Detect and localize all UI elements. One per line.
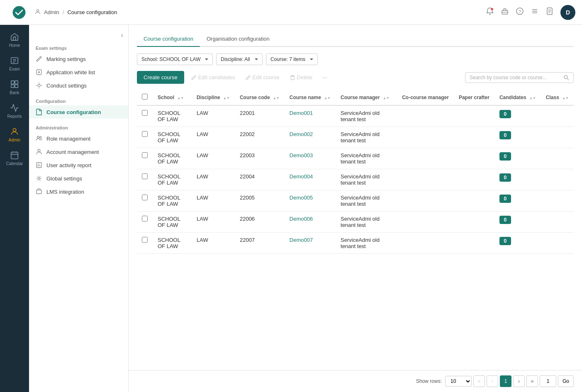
cell-course-name-0[interactable]: Demo001 (285, 105, 336, 127)
page-input[interactable] (540, 375, 556, 387)
select-all-checkbox[interactable] (142, 94, 148, 100)
row-checkbox-4[interactable] (142, 195, 148, 200)
row-checkbox-5[interactable] (142, 216, 148, 222)
nav-item-admin[interactable]: Admin (0, 123, 29, 146)
page-prev-btn[interactable]: ‹ (487, 375, 498, 387)
svg-rect-19 (11, 81, 14, 84)
nav-item-calendar[interactable]: Calendar (0, 146, 29, 170)
cell-course-code-6: 22007 (235, 233, 285, 254)
sidebar-label-marking-settings: Marking settings (46, 56, 86, 62)
nav-item-reports[interactable]: Reports (0, 99, 29, 123)
edit-candidates-button[interactable]: Edit candidates (188, 72, 239, 83)
cell-paper-crafter-2 (454, 148, 494, 169)
doc-icon[interactable] (545, 7, 554, 17)
cell-class-6 (541, 233, 574, 254)
cell-discipline-1: LAW (192, 127, 235, 148)
tab-organisation-configuration[interactable]: Organisation configuration (200, 32, 276, 47)
sidebar-label-application-white-list: Application white list (46, 69, 95, 75)
nav-item-exam[interactable]: Exam (0, 52, 29, 75)
cell-course-code-4: 22005 (235, 190, 285, 212)
cell-course-name-3[interactable]: Demo004 (285, 169, 336, 190)
go-button[interactable]: Go (558, 375, 574, 387)
edit-course-label: Edit course (253, 74, 280, 80)
nav-item-bank[interactable]: Bank (0, 75, 29, 99)
filter-school[interactable]: School: SCHOOL OF LAW (137, 54, 213, 65)
cell-course-name-4[interactable]: Demo005 (285, 190, 336, 212)
nav-reports-label: Reports (7, 114, 22, 119)
row-checkbox-0[interactable] (142, 110, 148, 116)
filter-course[interactable]: Course: 7 items (266, 54, 318, 65)
page-last-btn[interactable]: » (526, 375, 538, 387)
help-icon[interactable]: ? (516, 7, 524, 17)
tab-course-configuration[interactable]: Course configuration (137, 32, 200, 47)
sidebar-toggle-btn[interactable]: ‹ (121, 32, 123, 39)
cell-co-course-manager-1 (397, 127, 454, 148)
breadcrumb-admin-label[interactable]: Admin (44, 9, 59, 15)
svg-point-39 (38, 178, 40, 180)
rows-per-page-select[interactable]: 10 25 50 (445, 376, 472, 387)
sidebar-item-lms-integration[interactable]: LMS integration (29, 185, 128, 198)
topbar-right: ? D (486, 5, 575, 20)
cell-candidates-4: 0 (494, 190, 541, 212)
avatar[interactable]: D (560, 5, 575, 20)
topbar: Admin / Course configuration ? D (0, 0, 582, 25)
row-checkbox-6[interactable] (142, 237, 148, 243)
col-school: School ▲▼ (153, 90, 192, 105)
create-course-button[interactable]: Create course (137, 71, 184, 84)
more-icon: ··· (322, 74, 327, 80)
filter-discipline[interactable]: Discipline: All (216, 54, 263, 65)
sidebar-section-title-administration: Administration (29, 122, 128, 132)
svg-rect-24 (11, 152, 18, 159)
row-checkbox-1[interactable] (142, 131, 148, 137)
cell-discipline-0: LAW (192, 105, 235, 127)
cell-co-course-manager-0 (397, 105, 454, 127)
table-row: SCHOOL OF LAW LAW 22002 Demo002 ServiceA… (137, 127, 574, 148)
cell-course-name-2[interactable]: Demo003 (285, 148, 336, 169)
search-box (465, 72, 574, 83)
cell-paper-crafter-0 (454, 105, 494, 127)
sidebar-label-course-configuration: Course configuration (46, 109, 101, 115)
page-next-btn[interactable]: › (513, 375, 525, 387)
delete-label: Delete (297, 74, 313, 80)
sidebar-item-user-activity-report[interactable]: User activity report (29, 158, 128, 172)
list-icon[interactable] (531, 7, 539, 17)
sidebar-item-course-configuration[interactable]: Course configuration (29, 105, 128, 119)
sidebar-item-marking-settings[interactable]: Marking settings (29, 52, 128, 66)
sidebar-item-application-white-list[interactable]: Application white list (29, 66, 128, 79)
sidebar-item-role-management[interactable]: Role management (29, 132, 128, 145)
cell-co-course-manager-5 (397, 212, 454, 233)
row-checkbox-3[interactable] (142, 173, 148, 179)
briefcase-icon[interactable] (501, 7, 509, 17)
cell-course-code-0: 22001 (235, 105, 285, 127)
page-first-btn[interactable]: « (473, 375, 485, 387)
row-checkbox-2[interactable] (142, 152, 148, 158)
cell-course-name-5[interactable]: Demo006 (285, 212, 336, 233)
cell-school-1: SCHOOL OF LAW (153, 127, 192, 148)
cell-school-5: SCHOOL OF LAW (153, 212, 192, 233)
col-course-code: Course code ▲▼ (235, 90, 285, 105)
svg-rect-21 (11, 85, 14, 88)
cell-course-name-6[interactable]: Demo007 (285, 233, 336, 254)
sidebar-label-conduct-settings: Conduct settings (46, 83, 87, 89)
nav-item-home[interactable]: Home (0, 28, 29, 52)
sidebar-item-account-management[interactable]: Account management (29, 145, 128, 158)
page-1-btn[interactable]: 1 (500, 375, 511, 387)
breadcrumb-current: Course configuration (67, 9, 117, 15)
tabs: Course configuration Organisation config… (137, 32, 574, 47)
sidebar-item-global-settings[interactable]: Global settings (29, 172, 128, 185)
table-wrapper: School ▲▼ Discipline ▲▼ Course code ▲▼ C… (137, 90, 574, 254)
sidebar-item-conduct-settings[interactable]: Conduct settings (29, 79, 128, 92)
sidebar-label-global-settings: Global settings (46, 175, 82, 182)
more-button[interactable]: ··· (319, 72, 330, 83)
edit-course-button[interactable]: Edit course (242, 72, 283, 83)
cell-class-5 (541, 212, 574, 233)
col-paper-crafter: Paper crafter (454, 90, 494, 105)
delete-button[interactable]: Delete (286, 72, 316, 83)
bell-icon[interactable] (486, 7, 494, 17)
search-input[interactable] (470, 75, 561, 80)
cell-course-name-1[interactable]: Demo002 (285, 127, 336, 148)
search-icon (563, 75, 569, 80)
cell-course-code-2: 22003 (235, 148, 285, 169)
svg-point-2 (489, 14, 491, 15)
cell-candidates-2: 0 (494, 148, 541, 169)
